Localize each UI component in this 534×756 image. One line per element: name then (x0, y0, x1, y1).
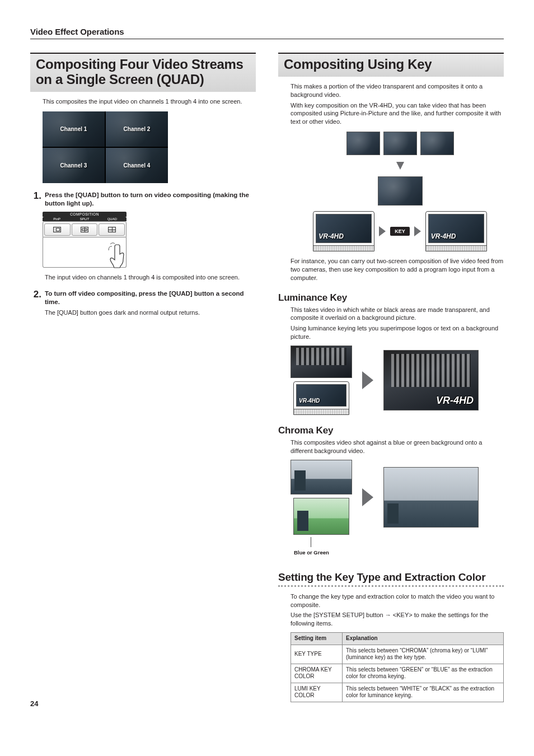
setting-cell: LUMI KEY COLOR (291, 683, 343, 702)
luminance-figure: VR-4HD VR-4HD (291, 346, 504, 415)
table-header-row: Setting item Explanation (291, 633, 504, 645)
laptop-luma: VR-4HD (293, 381, 349, 415)
chroma-p: This composites video shot against a blu… (291, 438, 504, 455)
panel-button-labels: PinP SPLIT QUAD (43, 217, 127, 221)
quad-cell-label: Channel 4 (124, 162, 151, 169)
quad-grid: Channel 1 Channel 2 Channel 3 Channel 4 (43, 111, 168, 183)
step-2: 2. To turn off video compositing, press … (30, 290, 256, 306)
key-flow-figure: VR-4HD KEY VR-4HD (291, 132, 504, 251)
step-text: Press the [QUAD] button to turn on video… (45, 191, 256, 208)
step-text: To turn off video compositing, press the… (45, 290, 256, 306)
key-p3: For instance, you can carry out two-scre… (291, 257, 504, 282)
table-row: KEY TYPE This selects between “CHROMA” (… (291, 645, 504, 664)
caption-leader-line (311, 537, 311, 547)
chroma-figure (291, 460, 504, 535)
quad-cell-label: Channel 1 (60, 126, 87, 132)
setting-cell: CHROMA KEY COLOR (291, 664, 343, 683)
key-p1: This makes a portion of the video transp… (291, 82, 504, 99)
explanation-cell: This selects between “GREEN” or “BLUE” a… (343, 664, 504, 683)
setkey-heading: Setting the Key Type and Extraction Colo… (278, 571, 504, 584)
city-thumb (291, 460, 352, 494)
down-arrow-icon (395, 161, 405, 171)
section-heading: Video Effect Operations (30, 27, 504, 39)
arrow-right-icon (362, 371, 373, 389)
bw-logo-thumb (291, 346, 352, 378)
panel-button-row (43, 221, 127, 237)
composited-thumb (378, 176, 423, 206)
greenscreen-thumb (293, 498, 349, 535)
luma-p2: Using luminance keying lets you superimp… (291, 324, 504, 341)
key-p2: With key composition on the VR-4HD, you … (291, 101, 504, 127)
laptop-right: VR-4HD (425, 211, 487, 251)
key-badge: KEY (390, 227, 410, 236)
source-thumbs (346, 132, 454, 155)
quad-cell-4: Channel 4 (106, 148, 168, 183)
settings-table: Setting item Explanation KEY TYPE This s… (291, 632, 504, 702)
quad-cell-label: Channel 2 (124, 126, 151, 132)
setting-cell: KEY TYPE (291, 645, 343, 664)
panel-title: COMPOSITION (43, 212, 127, 217)
left-intro: This composites the input video on chann… (43, 97, 256, 106)
arrow-right-icon (414, 226, 421, 236)
step2-subtext: The [QUAD] button goes dark and normal o… (45, 309, 256, 317)
chroma-result (383, 467, 479, 528)
arrow-right-icon (362, 488, 373, 506)
overlay-logo: VR-4HD (436, 395, 474, 407)
finger-press-icon (107, 242, 129, 270)
table-row: CHROMA KEY COLOR This selects between “G… (291, 664, 504, 683)
th-explanation: Explanation (343, 633, 504, 645)
quad-figure: Channel 1 Channel 2 Channel 3 Channel 4 (43, 111, 256, 183)
setkey-p2: Use the [SYSTEM SETUP] button → <KEY> to… (291, 611, 504, 628)
chroma-heading: Chroma Key (278, 425, 504, 436)
step-number: 1. (30, 191, 41, 208)
arrow-right-icon (379, 226, 386, 236)
left-banner: Compositing Four Video Streams on a Sing… (30, 53, 256, 92)
quad-cell-label: Channel 3 (60, 162, 87, 169)
step-1: 1. Press the [QUAD] button to turn on vi… (30, 191, 256, 208)
pinp-button-icon (44, 223, 71, 236)
table-row: LUMI KEY COLOR This selects between “WHI… (291, 683, 504, 702)
page-number: 24 (30, 699, 38, 708)
panel-btn-label: PinP (44, 217, 70, 221)
thumb-image (420, 132, 454, 155)
right-banner: Compositing Using Key (278, 53, 504, 77)
device-logo: VR-4HD (318, 232, 344, 240)
explanation-cell: This selects between “WHITE” or “BLACK” … (343, 683, 504, 702)
th-setting: Setting item (291, 633, 343, 645)
luma-p1: This takes video in which white or black… (291, 306, 504, 323)
device-logo: VR-4HD (299, 398, 320, 404)
quad-cell-1: Channel 1 (43, 111, 105, 147)
svg-marker-0 (396, 162, 404, 170)
step1-subtext: The input video on channels 1 through 4 … (45, 273, 256, 282)
luminance-heading: Luminance Key (278, 292, 504, 304)
setkey-p1: To change the key type and extraction co… (291, 592, 504, 609)
left-column: Compositing Four Video Streams on a Sing… (30, 53, 256, 702)
panel-btn-label: SPLIT (71, 217, 97, 221)
panel-btn-label: QUAD (99, 217, 125, 221)
laptop-left: VR-4HD (313, 211, 374, 251)
thumb-image (383, 132, 417, 155)
step-number: 2. (30, 290, 41, 306)
panel-body (43, 237, 127, 268)
thumb-image (346, 132, 380, 155)
two-column-layout: Compositing Four Video Streams on a Sing… (30, 53, 504, 702)
chroma-caption: Blue or Green (294, 549, 504, 556)
split-button-icon (72, 223, 98, 236)
luma-result: VR-4HD (383, 350, 479, 410)
right-column: Compositing Using Key This makes a porti… (278, 53, 504, 702)
composition-panel-figure: COMPOSITION PinP SPLIT QUAD (43, 212, 127, 268)
quad-button-icon (99, 223, 125, 236)
quad-cell-2: Channel 2 (106, 111, 168, 147)
quad-cell-3: Channel 3 (43, 148, 105, 183)
explanation-cell: This selects between “CHROMA” (chroma ke… (343, 645, 504, 664)
device-logo: VR-4HD (431, 232, 456, 240)
